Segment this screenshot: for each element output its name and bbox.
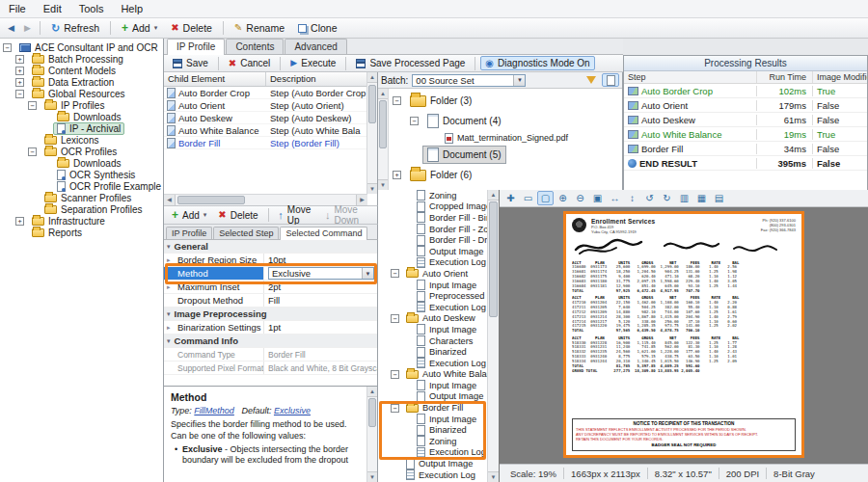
tree-item-binarized[interactable]: Binarized (378, 424, 487, 436)
property-value[interactable]: Exclusive▼ (264, 267, 377, 280)
child-row-auto-deskew[interactable]: Auto DeskewStep (Auto Deskew) (164, 112, 377, 124)
expand-icon[interactable]: + (15, 217, 24, 226)
tree-item-execution-log[interactable]: Execution Log (378, 358, 487, 369)
tree-item-downloads[interactable]: Downloads (0, 157, 163, 169)
execute-button[interactable]: ▶Execute (285, 56, 340, 70)
child-row-border-fill[interactable]: Border FillStep (Border Fill) (164, 137, 377, 149)
tree-item-cropped-image[interactable]: Cropped Image (378, 201, 487, 213)
tree-item-characters[interactable]: Characters (378, 335, 487, 347)
expand-icon[interactable]: + (15, 78, 24, 87)
scroll-down-icon[interactable]: ▼ (488, 471, 499, 482)
tree-item-input-image[interactable]: Input Image (378, 414, 487, 425)
filter-icon[interactable] (586, 76, 596, 84)
tree-item-execution-log[interactable]: Execution Log (378, 302, 487, 313)
property-value[interactable]: 2pt (264, 281, 377, 293)
forward-button[interactable]: ▶ (20, 23, 35, 33)
tree-item-input-image[interactable]: Input Image (378, 324, 487, 335)
tree-item-ace-consultant-ip-and-ocr[interactable]: −ACE Consultant IP and OCR (0, 41, 163, 53)
tree-item-border-fill-dropout[interactable]: Border Fill - Dropout (378, 234, 487, 246)
scroll-left-icon[interactable]: ◀ (164, 195, 176, 205)
property-value[interactable]: Black and White, 8 Bit Grayscale (264, 362, 377, 374)
tree-item-auto-white-balance[interactable]: −Auto White Balance (378, 369, 487, 381)
zoom-in-icon[interactable]: ⊕ (555, 191, 571, 205)
collapse-icon[interactable]: − (391, 314, 399, 323)
collapse-icon[interactable]: − (410, 117, 419, 125)
tree-item-content-models[interactable]: +Content Models (0, 65, 163, 76)
results-row-border-fill[interactable]: Border Fill34msFalse (624, 142, 867, 156)
batch-select[interactable]: 00 Source Set ▼ (412, 74, 526, 87)
tree-item-separation-profiles[interactable]: Separation Profiles (0, 203, 163, 215)
results-row-end-result[interactable]: END RESULT395msFalse (624, 156, 867, 171)
property-row-border-region-size[interactable]: ▸Border Region Size10pt (164, 254, 377, 267)
menu-file[interactable]: File (0, 1, 35, 16)
scroll-down-icon[interactable]: ▼ (378, 179, 388, 190)
expand-icon[interactable]: + (393, 171, 401, 179)
back-button[interactable]: ◀ (4, 23, 18, 33)
fit-height-icon[interactable]: ↕ (624, 191, 640, 205)
tree-item-reports[interactable]: Reports (0, 227, 163, 238)
property-row-maximum-inset[interactable]: ▸Maximum Inset2pt (164, 281, 377, 294)
scrollbar-thumb[interactable] (177, 196, 245, 204)
property-value[interactable]: 1pt (264, 321, 377, 334)
scroll-up-icon[interactable]: ▲ (378, 89, 388, 99)
child-row-auto-orient[interactable]: Auto OrientStep (Auto Orient) (164, 99, 377, 112)
results-row-auto-white-balance[interactable]: Auto White Balance19msTrue (624, 127, 867, 142)
diagnostics-mode-on-button[interactable]: ◉Diagnostics Mode On (480, 56, 594, 70)
property-row-supported-pixel-formats[interactable]: Supported Pixel FormatsBlack and White, … (164, 362, 377, 375)
save-processed-page-button[interactable]: Save Processed Page (351, 56, 470, 70)
results-column-image-modifie[interactable]: Image Modifie (813, 71, 867, 83)
tab-ip-profile[interactable]: IP Profile (166, 227, 212, 239)
tree-item-output-image[interactable]: Output Image (378, 246, 487, 257)
save-button[interactable]: Save (168, 56, 213, 70)
scroll-down-icon[interactable]: ▼ (367, 471, 377, 482)
tree-item-ocr-profiles[interactable]: −OCR Profiles (0, 146, 163, 157)
add-button[interactable]: +Add▾ (167, 207, 211, 223)
tree-item-zoning[interactable]: Zoning (378, 190, 487, 201)
property-value[interactable]: 10pt (264, 254, 377, 266)
rotate-right-icon[interactable]: ↻ (659, 191, 675, 205)
collapse-icon[interactable]: − (28, 147, 37, 156)
child-row-auto-white-balance[interactable]: Auto White BalanceStep (Auto White Bala (164, 124, 377, 137)
tree-item-auto-deskew[interactable]: −Auto Deskew (378, 313, 487, 325)
collapse-icon[interactable]: − (28, 101, 37, 110)
tree-item-border-fill-binarized[interactable]: Border Fill - Binarized (378, 212, 487, 224)
collapse-icon[interactable]: − (393, 96, 401, 105)
column-header-description[interactable]: Description (266, 72, 377, 86)
property-row-command-type[interactable]: Command TypeBorder Fill (164, 348, 377, 362)
scroll-up-icon[interactable]: ▲ (367, 387, 377, 397)
pan-icon[interactable]: ✚ (502, 191, 519, 205)
fit-page-icon[interactable]: ▣ (589, 191, 606, 205)
help-scrollbar[interactable]: ▲ ▼ (366, 387, 377, 482)
combo-arrow-icon[interactable]: ▼ (513, 75, 525, 86)
tree-item-border-fill-zoning[interactable]: Border Fill - Zoning (378, 224, 487, 235)
property-row-dropout-method[interactable]: Dropout MethodFill (164, 294, 377, 308)
batch-item-folder-3[interactable]: −Folder (3) (391, 91, 622, 111)
expand-icon[interactable]: + (15, 55, 24, 64)
zoom-region-icon[interactable]: ▢ (537, 191, 554, 205)
fit-width-icon[interactable]: ↔ (607, 191, 623, 205)
column-header-child-element[interactable]: Child Element (164, 72, 266, 86)
help-type-link[interactable]: FillMethod (194, 406, 234, 415)
rotate-left-icon[interactable]: ↺ (641, 191, 658, 205)
tree-item-output-image[interactable]: Output Image (378, 391, 487, 403)
tree-item-execution-log[interactable]: Execution Log (378, 469, 487, 481)
print-icon[interactable]: ▤ (711, 191, 727, 205)
menu-help[interactable]: Help (112, 1, 151, 16)
property-value[interactable]: Fill (264, 294, 377, 307)
child-table-scrollbar[interactable]: ▲ ▼ (366, 72, 377, 194)
zoom-out-icon[interactable]: ⊖ (572, 191, 588, 205)
batch-item-document-4[interactable]: −Document (4) (391, 111, 622, 131)
batch-item-folder-6[interactable]: +Folder (6) (391, 165, 622, 185)
collapse-icon[interactable]: − (391, 370, 399, 379)
tree-item-input-image[interactable]: Input Image (378, 380, 487, 391)
refresh-button[interactable]: ↻Refresh (45, 20, 105, 36)
results-row-auto-deskew[interactable]: Auto Deskew61msFalse (624, 113, 867, 127)
tree-item-scanner-profiles[interactable]: Scanner Profiles (0, 192, 163, 203)
expand-icon[interactable]: + (15, 67, 24, 75)
scrollbar-thumb[interactable] (368, 398, 376, 427)
viewer-canvas[interactable]: Enrollment Services P.O. Box 419 Yuba Ci… (500, 207, 868, 464)
batch-item-matt-termination-signed-pdf[interactable]: Matt_termination_Signed.pdf (391, 131, 622, 145)
batch-scrollbar[interactable]: ▲ ▼ (378, 89, 389, 190)
property-row-method[interactable]: MethodExclusive▼ (164, 267, 377, 281)
batch-item-document-5[interactable]: Document (5) (391, 145, 622, 165)
